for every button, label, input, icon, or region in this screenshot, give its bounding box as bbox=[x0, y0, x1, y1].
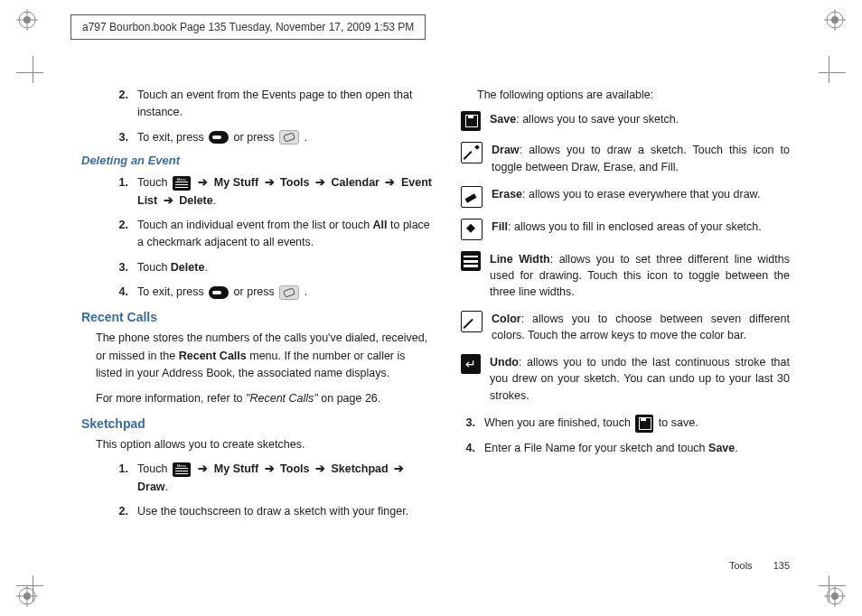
text: Touch bbox=[137, 176, 171, 189]
option-text: Draw: allows you to draw a sketch. Touch… bbox=[492, 142, 790, 174]
arrow-icon: ➔ bbox=[265, 462, 275, 475]
save-icon bbox=[461, 111, 481, 131]
text: or press bbox=[234, 285, 278, 298]
sketchpad-intro: This option allows you to create sketche… bbox=[96, 436, 434, 453]
step-text: To exit, press or press . bbox=[137, 284, 434, 301]
text: or press bbox=[234, 131, 278, 144]
arrow-icon: ➔ bbox=[198, 176, 208, 189]
step-number: 2. bbox=[105, 87, 137, 122]
option-text: Erase: allows you to erase everywhere th… bbox=[492, 186, 790, 208]
registration-mark-icon bbox=[824, 9, 846, 31]
desc: : allows you to save your sketch. bbox=[516, 113, 679, 126]
text: . bbox=[204, 261, 207, 274]
desc: : allows you to fill in enclosed areas o… bbox=[508, 220, 762, 233]
options-intro: The following options are available: bbox=[477, 87, 790, 104]
option-line-width: Line Width: allows you to set three diff… bbox=[461, 251, 790, 300]
label: Fill bbox=[492, 220, 508, 233]
text: to save. bbox=[659, 416, 698, 429]
text: When you are finished, touch bbox=[484, 416, 633, 429]
line-width-icon bbox=[461, 251, 481, 271]
heading-sketchpad: Sketchpad bbox=[81, 416, 434, 431]
option-undo: Undo: allows you to undo the last contin… bbox=[461, 354, 790, 403]
right-column: The following options are available: Sav… bbox=[461, 87, 790, 571]
footer-page-number: 135 bbox=[773, 560, 790, 571]
arrow-icon: ➔ bbox=[315, 462, 325, 475]
arrow-icon: ➔ bbox=[164, 194, 173, 207]
step-number: 3. bbox=[105, 259, 137, 276]
label: Line Width bbox=[490, 253, 550, 266]
label: Draw bbox=[492, 144, 520, 156]
text: Touch an individual event from the list … bbox=[137, 219, 373, 231]
italic: "Recent Calls" bbox=[246, 392, 318, 405]
bold: Save bbox=[708, 442, 735, 454]
arrow-icon: ➔ bbox=[265, 176, 275, 189]
option-text: Save: allows you to save your sketch. bbox=[490, 111, 790, 131]
crop-mark-icon bbox=[16, 566, 52, 602]
step-number: 4. bbox=[452, 440, 484, 457]
option-draw: Draw: allows you to draw a sketch. Touch… bbox=[461, 142, 790, 174]
step-text: Touch an individual event from the list … bbox=[137, 217, 434, 252]
draw-icon bbox=[461, 142, 483, 163]
text: Touch bbox=[137, 261, 171, 274]
step-text: Touch ➔ My Stuff ➔ Tools ➔ Calendar ➔ Ev… bbox=[137, 174, 434, 210]
back-key-icon bbox=[209, 131, 229, 144]
text: . bbox=[735, 442, 737, 454]
crop-mark-icon bbox=[16, 56, 52, 92]
fill-icon bbox=[461, 219, 483, 240]
delete-step-4: 4. To exit, press or press . bbox=[105, 284, 434, 301]
recent-calls-reference: For more information, refer to "Recent C… bbox=[96, 390, 434, 407]
arrow-icon: ➔ bbox=[394, 462, 404, 475]
menu-key-icon bbox=[173, 462, 191, 477]
label: Save bbox=[490, 113, 516, 126]
option-erase: Erase: allows you to erase everywhere th… bbox=[461, 186, 790, 208]
desc: : allows you to undo the last continuous… bbox=[490, 356, 790, 401]
path-part: Delete bbox=[179, 194, 213, 207]
arrow-icon: ➔ bbox=[315, 176, 325, 189]
menu-key-icon bbox=[173, 176, 191, 191]
sketch-step-1: 1. Touch ➔ My Stuff ➔ Tools ➔ Sketchpad … bbox=[105, 461, 434, 496]
path-part: Calendar bbox=[331, 176, 379, 189]
delete-step-3: 3. Touch Delete. bbox=[105, 259, 434, 276]
text: To exit, press bbox=[137, 131, 207, 144]
option-text: Undo: allows you to undo the last contin… bbox=[490, 354, 790, 403]
erase-icon bbox=[461, 186, 483, 208]
step-text: Touch an event from the Events page to t… bbox=[137, 87, 434, 122]
step-number: 4. bbox=[105, 284, 137, 301]
step-text: Touch ➔ My Stuff ➔ Tools ➔ Sketchpad ➔ D… bbox=[137, 461, 434, 496]
step-number: 3. bbox=[452, 415, 484, 433]
sketch-step-2: 2. Use the touchscreen to draw a sketch … bbox=[105, 503, 434, 520]
events-step-2: 2. Touch an event from the Events page t… bbox=[105, 87, 434, 122]
desc: : allows you to erase everywhere that yo… bbox=[522, 188, 760, 201]
step-text: When you are finished, touch to save. bbox=[484, 415, 790, 433]
arrow-icon: ➔ bbox=[385, 176, 395, 189]
option-text: Color: allows you to choose between seve… bbox=[492, 311, 790, 343]
option-text: Line Width: allows you to set three diff… bbox=[490, 251, 790, 300]
save-icon bbox=[635, 415, 653, 433]
path-part: Tools bbox=[280, 462, 309, 475]
label: Undo bbox=[490, 356, 519, 369]
option-text: Fill: allows you to fill in enclosed are… bbox=[492, 219, 790, 240]
step-text: Use the touchscreen to draw a sketch wit… bbox=[137, 503, 434, 520]
text: . bbox=[305, 285, 307, 298]
step-text: Enter a File Name for your sketch and to… bbox=[484, 440, 790, 457]
option-color: Color: allows you to choose between seve… bbox=[461, 311, 790, 343]
text: For more information, refer to bbox=[96, 392, 246, 405]
path-part: Sketchpad bbox=[331, 462, 388, 475]
bold: Recent Calls bbox=[179, 350, 247, 362]
step-number: 1. bbox=[105, 174, 137, 210]
page-body: 2. Touch an event from the Events page t… bbox=[72, 87, 790, 571]
text: Enter a File Name for your sketch and to… bbox=[484, 442, 708, 454]
step-number: 2. bbox=[105, 217, 137, 252]
registration-mark-icon bbox=[16, 9, 38, 31]
footer-section: Tools bbox=[729, 560, 753, 571]
heading-recent-calls: Recent Calls bbox=[81, 310, 434, 324]
bold: All bbox=[373, 219, 388, 231]
back-key-icon bbox=[209, 286, 229, 299]
events-step-3: 3. To exit, press or press . bbox=[105, 129, 434, 146]
recent-calls-paragraph: The phone stores the numbers of the call… bbox=[96, 330, 434, 382]
bold: Delete bbox=[171, 261, 205, 274]
end-key-icon bbox=[279, 285, 299, 300]
step-text: Touch Delete. bbox=[137, 259, 434, 276]
label: Color bbox=[492, 313, 521, 325]
delete-step-2: 2. Touch an individual event from the li… bbox=[105, 217, 434, 252]
